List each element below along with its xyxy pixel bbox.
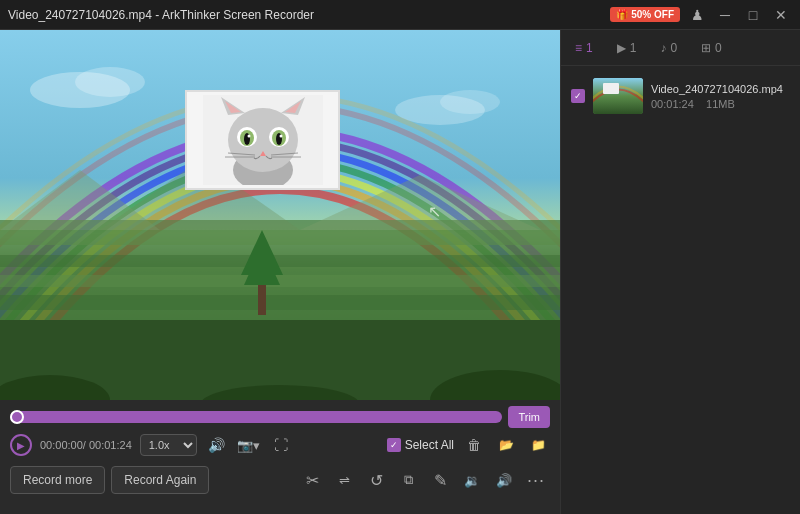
maximize-button[interactable]: □: [742, 4, 764, 26]
file-name: Video_240727104026.mp4: [651, 83, 783, 95]
play-button[interactable]: ▶: [10, 434, 32, 456]
file-duration: 00:01:24: [651, 98, 694, 110]
timeline-bar[interactable]: [10, 411, 502, 423]
svg-point-34: [279, 135, 282, 138]
image-tab-count: 0: [715, 41, 722, 55]
svg-point-33: [247, 135, 250, 138]
bottom-right-tools: ✂ ⇌ ↺ ⧉ ✎ 🔉 🔊 ···: [298, 466, 550, 494]
panel-tabs: ≡ 1 ▶ 1 ♪ 0 ⊞ 0: [561, 30, 800, 66]
record-again-button[interactable]: Record Again: [111, 466, 209, 494]
tab-list[interactable]: ≡ 1: [569, 37, 599, 59]
audio-tab-icon: ♪: [660, 41, 666, 55]
file-info: Video_240727104026.mp4 00:01:24 11MB: [651, 83, 783, 110]
svg-rect-14: [258, 280, 266, 315]
more-tool[interactable]: ···: [522, 466, 550, 494]
svg-point-4: [440, 90, 500, 114]
video-background: ↖: [0, 30, 560, 400]
time-display: 00:00:00/ 00:01:24: [40, 439, 132, 451]
select-all-area[interactable]: ✓ Select All: [387, 438, 454, 452]
file-thumbnail: [593, 78, 643, 114]
delete-icon[interactable]: 🗑: [462, 433, 486, 457]
list-item[interactable]: ✓: [567, 72, 794, 120]
svg-rect-8: [0, 275, 560, 287]
svg-rect-41: [603, 83, 619, 94]
speed-selector[interactable]: 0.5x 0.75x 1.0x 1.25x 1.5x 2.0x: [140, 434, 197, 456]
right-panel: ≡ 1 ▶ 1 ♪ 0 ⊞ 0 ✓: [560, 30, 800, 514]
file-meta: 00:01:24 11MB: [651, 98, 783, 110]
audio-tab-count: 0: [670, 41, 677, 55]
cursor-indicator: ↖: [428, 202, 441, 221]
cat-svg: [203, 95, 323, 185]
svg-point-2: [75, 67, 145, 97]
image-tab-icon: ⊞: [701, 41, 711, 55]
left-panel: ↖ Trim ▶ 00:00:00/ 00:01:24 0.5x 0.75x 1…: [0, 30, 560, 514]
timeline-row: Trim: [10, 406, 550, 428]
user-icon[interactable]: ♟: [686, 4, 708, 26]
playback-row: ▶ 00:00:00/ 00:01:24 0.5x 0.75x 1.0x 1.2…: [10, 433, 550, 457]
list-tab-count: 1: [586, 41, 593, 55]
tab-audio[interactable]: ♪ 0: [654, 37, 683, 59]
copy-tool[interactable]: ⧉: [394, 466, 422, 494]
select-all-label: Select All: [405, 438, 454, 452]
tab-video[interactable]: ▶ 1: [611, 37, 643, 59]
file-size: 11MB: [706, 98, 735, 110]
folder-icon[interactable]: 📁: [526, 433, 550, 457]
fullscreen-icon[interactable]: ⛶: [269, 433, 293, 457]
svg-rect-9: [0, 295, 560, 310]
cat-overlay-image: [185, 90, 340, 190]
scissors-tool[interactable]: ✂: [298, 466, 326, 494]
camera-icon[interactable]: 📷▾: [237, 433, 261, 457]
app-title: Video_240727104026.mp4 - ArkThinker Scre…: [8, 8, 314, 22]
titlebar: Video_240727104026.mp4 - ArkThinker Scre…: [0, 0, 800, 30]
list-tab-icon: ≡: [575, 41, 582, 55]
svg-rect-6: [0, 230, 560, 245]
tab-image[interactable]: ⊞ 0: [695, 37, 728, 59]
file-checkbox[interactable]: ✓: [571, 89, 585, 103]
gift-badge[interactable]: 🎁 50% OFF: [610, 7, 680, 22]
volume-down-tool[interactable]: 🔉: [458, 466, 486, 494]
rainbow-graphic: [0, 30, 560, 400]
align-tool[interactable]: ⇌: [330, 466, 358, 494]
trim-button[interactable]: Trim: [508, 406, 550, 428]
export-icon[interactable]: 📂: [494, 433, 518, 457]
bottom-left-buttons: Record more Record Again: [10, 466, 209, 494]
titlebar-left: Video_240727104026.mp4 - ArkThinker Scre…: [8, 8, 314, 22]
controls-area: Trim ▶ 00:00:00/ 00:01:24 0.5x 0.75x 1.0…: [0, 400, 560, 514]
bottom-bar: Record more Record Again ✂ ⇌ ↺ ⧉ ✎ 🔉 🔊 ·…: [10, 462, 550, 494]
rotate-tool[interactable]: ↺: [362, 466, 390, 494]
timeline-handle[interactable]: [10, 410, 24, 424]
video-area[interactable]: ↖: [0, 30, 560, 400]
volume-up-tool[interactable]: 🔊: [490, 466, 518, 494]
discount-label: 50% OFF: [631, 9, 674, 20]
record-more-button[interactable]: Record more: [10, 466, 105, 494]
video-tab-count: 1: [630, 41, 637, 55]
video-tab-icon: ▶: [617, 41, 626, 55]
titlebar-right: 🎁 50% OFF ♟ ─ □ ✕: [610, 4, 792, 26]
edit-tool[interactable]: ✎: [426, 466, 454, 494]
close-button[interactable]: ✕: [770, 4, 792, 26]
file-list: ✓: [561, 66, 800, 514]
minimize-button[interactable]: ─: [714, 4, 736, 26]
svg-rect-7: [0, 255, 560, 267]
select-all-checkbox[interactable]: ✓: [387, 438, 401, 452]
volume-icon[interactable]: 🔊: [205, 433, 229, 457]
main-layout: ↖ Trim ▶ 00:00:00/ 00:01:24 0.5x 0.75x 1…: [0, 30, 800, 514]
